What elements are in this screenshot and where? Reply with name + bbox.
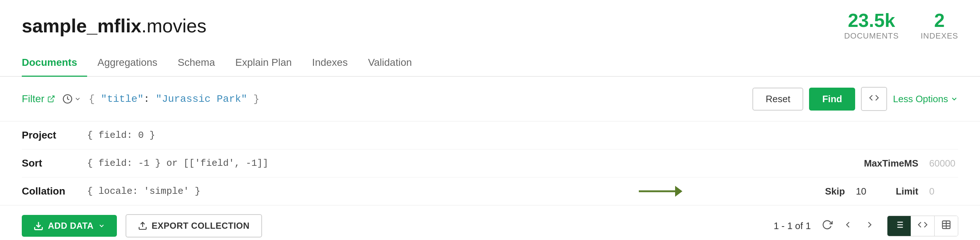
filter-label: Filter (22, 93, 55, 105)
tab-schema[interactable]: Schema (167, 50, 225, 77)
download-icon (33, 221, 43, 231)
tab-aggregations[interactable]: Aggregations (87, 50, 167, 77)
find-button[interactable]: Find (809, 88, 855, 110)
pagination-info: 1 - 1 of 1 (773, 220, 811, 232)
sort-label: Sort (22, 157, 87, 169)
refresh-icon (822, 219, 833, 230)
chevron-down-icon (74, 95, 81, 102)
project-row: Project { field: 0 } (22, 122, 958, 149)
less-options-button[interactable]: Less Options (893, 93, 958, 105)
add-data-chevron-icon (98, 222, 105, 229)
sort-value-alt: [['field', -1]] (178, 158, 269, 169)
reset-button[interactable]: Reset (752, 88, 803, 110)
code-icon (869, 93, 879, 103)
add-data-button[interactable]: ADD DATA (22, 215, 117, 237)
bottom-right: 1 - 1 of 1 (773, 216, 958, 236)
collection-title: sample_mflix.movies (22, 15, 207, 37)
indexes-label: INDEXES (921, 31, 958, 41)
history-button[interactable] (62, 94, 81, 104)
json-view-icon (918, 220, 928, 230)
documents-label: DOCUMENTS (844, 31, 899, 41)
skip-label: Skip (825, 186, 845, 197)
skip-value[interactable]: 10 (856, 186, 885, 197)
view-buttons (887, 216, 958, 236)
documents-stat: 23.5k DOCUMENTS (844, 11, 899, 41)
refresh-button[interactable] (819, 217, 835, 235)
list-view-icon (894, 220, 904, 230)
json-view-button[interactable] (911, 216, 935, 236)
limit-label: Limit (896, 186, 918, 197)
code-button[interactable] (861, 87, 887, 111)
less-options-label: Less Options (893, 93, 948, 105)
table-view-icon (941, 220, 951, 230)
export-label: EXPORT COLLECTION (152, 221, 250, 231)
svg-marker-3 (675, 186, 682, 197)
sort-or-text: or (166, 158, 178, 169)
filter-section: Filter { "title": "Jurassic Park" } (0, 77, 980, 122)
filter-colon: : (143, 93, 156, 105)
next-page-button[interactable] (861, 218, 878, 235)
export-collection-button[interactable]: EXPORT COLLECTION (126, 214, 262, 237)
bottom-bar: ADD DATA EXPORT COLLECTION 1 - 1 of 1 (0, 205, 980, 240)
filter-controls (62, 94, 81, 104)
sort-row-right: MaxTimeMS 60000 (864, 158, 958, 169)
right-arrow-icon (639, 182, 682, 200)
svg-line-0 (51, 96, 54, 100)
collation-row: Collation { locale: 'simple' } Skip 10 L… (22, 178, 958, 205)
header-stats: 23.5k DOCUMENTS 2 INDEXES (844, 11, 958, 41)
db-name: sample_mflix (22, 15, 142, 36)
filter-row: Filter { "title": "Jurassic Park" } (22, 87, 958, 111)
filter-value: "Jurassic Park" (156, 93, 247, 105)
indexes-count: 2 (921, 11, 958, 30)
header: sample_mflix.movies 23.5k DOCUMENTS 2 IN… (0, 0, 980, 41)
chevron-left-icon (843, 220, 853, 230)
maxtimems-label: MaxTimeMS (864, 158, 918, 169)
limit-value[interactable]: 0 (929, 186, 958, 197)
collection-name: .movies (142, 15, 207, 36)
export-icon (138, 221, 147, 230)
clock-icon (62, 94, 73, 104)
table-view-button[interactable] (935, 216, 958, 236)
bottom-left: ADD DATA EXPORT COLLECTION (22, 214, 262, 237)
tab-validation[interactable]: Validation (358, 50, 422, 77)
filter-key: "title" (101, 93, 144, 105)
bracket-open: { (89, 93, 101, 105)
sort-row: Sort { field: -1 } or [['field', -1]] Ma… (22, 149, 958, 178)
tab-explain-plan[interactable]: Explain Plan (225, 50, 302, 77)
sort-value-text: { field: -1 } (87, 158, 166, 169)
bracket-close: } (247, 93, 259, 105)
documents-count: 23.5k (844, 11, 899, 30)
add-data-label: ADD DATA (48, 221, 94, 231)
prev-page-button[interactable] (839, 218, 857, 235)
filter-actions: Reset Find Less Options (752, 87, 958, 111)
filter-input-display[interactable]: { "title": "Jurassic Park" } (89, 93, 745, 105)
collation-row-right: Skip 10 Limit 0 (825, 186, 958, 197)
collation-label: Collation (22, 186, 87, 197)
pagination-controls (819, 217, 878, 235)
tab-documents[interactable]: Documents (22, 50, 87, 77)
indexes-stat: 2 INDEXES (921, 11, 958, 41)
chevron-right-icon (865, 220, 875, 230)
maxtimems-value[interactable]: 60000 (929, 158, 958, 169)
chevron-down-icon-options (950, 95, 958, 103)
list-view-button[interactable] (888, 216, 911, 236)
external-link-icon (47, 95, 55, 103)
tab-indexes[interactable]: Indexes (302, 50, 358, 77)
options-rows: Project { field: 0 } Sort { field: -1 } … (0, 122, 980, 205)
project-value[interactable]: { field: 0 } (87, 130, 958, 141)
arrow-container (639, 182, 682, 200)
filter-text: Filter (22, 93, 44, 105)
project-label: Project (22, 130, 87, 141)
sort-value[interactable]: { field: -1 } or [['field', -1]] (87, 158, 864, 169)
tabs-container: Documents Aggregations Schema Explain Pl… (0, 50, 980, 77)
